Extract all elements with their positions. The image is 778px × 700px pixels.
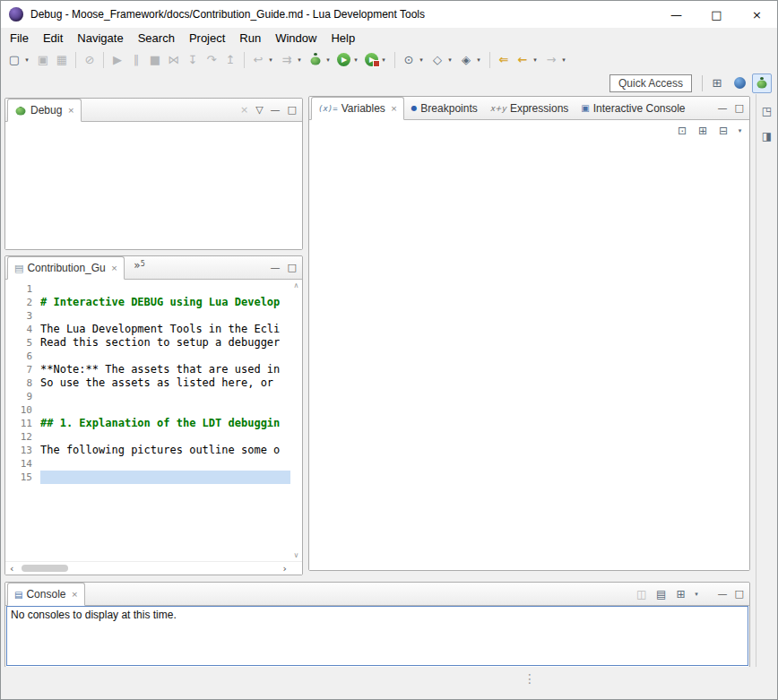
skip-all-breakpoints-button[interactable]: ⊘ — [81, 50, 99, 70]
restore-minimized-view-button-1[interactable]: ◳ — [759, 103, 775, 119]
forward-button[interactable]: → — [542, 50, 560, 70]
tab-console[interactable]: ▤ Console × — [7, 583, 85, 606]
open-console-button[interactable]: ⊞ — [672, 585, 690, 603]
tab-variables[interactable]: (x)= Variables × — [311, 97, 404, 120]
collapse-all-button[interactable]: ⊟ — [714, 122, 732, 140]
open-console-dropdown[interactable]: ▾ — [692, 585, 702, 603]
run-button[interactable]: ▶ — [337, 53, 350, 66]
debug-button[interactable] — [307, 50, 324, 70]
maximize-view-button[interactable]: □ — [288, 262, 297, 273]
code-line[interactable]: 10 — [5, 403, 290, 417]
code-line[interactable]: 1 — [5, 282, 290, 296]
tab-close-button[interactable]: × — [71, 590, 78, 599]
tab-close-button[interactable]: × — [111, 264, 118, 272]
resume-button[interactable]: ▶ — [108, 50, 126, 70]
open-element-button[interactable]: ◈ — [457, 50, 475, 70]
back-dropdown[interactable]: ▾ — [531, 50, 540, 70]
code-line[interactable]: 13 The following pictures outline some o — [5, 444, 290, 457]
tab-expressions[interactable]: x+y Expressions — [484, 97, 575, 119]
back-button[interactable]: ← — [514, 50, 532, 70]
code-line[interactable]: 15 — [5, 471, 290, 484]
forward-dropdown[interactable]: ▾ — [559, 50, 568, 70]
horizontal-scroll-thumb[interactable] — [22, 565, 68, 572]
pin-console-button[interactable]: ◫ — [633, 585, 651, 603]
menu-help[interactable]: Help — [324, 30, 362, 47]
code-line[interactable]: 5 Read this section to setup a debugger — [5, 336, 290, 350]
minimize-view-button[interactable]: — — [271, 104, 281, 116]
open-perspective-button[interactable]: ⊞ — [707, 73, 727, 93]
tab-breakpoints[interactable]: ● Breakpoints — [404, 97, 483, 119]
code-line[interactable]: 7 **Note:** The assets that are used in — [5, 363, 290, 376]
use-step-filters-dropdown[interactable]: ▾ — [295, 50, 304, 70]
window-maximize-button[interactable]: □ — [696, 1, 737, 28]
disconnect-button[interactable]: ⋈ — [165, 50, 183, 70]
new-button[interactable]: ▢ — [5, 50, 23, 70]
maximize-view-button[interactable]: □ — [735, 588, 744, 600]
run-dropdown[interactable]: ▾ — [351, 50, 360, 70]
show-logical-structure-button[interactable]: ⊡ — [673, 122, 691, 140]
new-dropdown[interactable]: ▾ — [22, 50, 31, 70]
code-area[interactable]: 1 2 # Interactive DEBUG using Lua Develo… — [5, 280, 290, 561]
restore-minimized-view-button-2[interactable]: ◨ — [759, 128, 775, 144]
menu-search[interactable]: Search — [131, 30, 182, 47]
code-line[interactable]: 9 — [5, 390, 290, 403]
app-logo-icon[interactable] — [9, 7, 23, 22]
code-line[interactable]: 14 — [5, 457, 290, 471]
terminate-button[interactable]: ■ — [146, 50, 164, 70]
scroll-up-button[interactable]: ∧ — [294, 281, 299, 290]
tab-close-button[interactable]: × — [391, 104, 398, 113]
new-wizard-button[interactable]: ◇ — [428, 50, 446, 70]
code-line[interactable]: 8 So use the assets as listed here, or — [5, 376, 290, 390]
more-editors-button[interactable]: » 5 — [125, 256, 148, 279]
horizontal-scrollbar[interactable]: ‹ › — [5, 561, 302, 575]
quick-access-box[interactable]: Quick Access — [609, 74, 692, 92]
debug-dropdown[interactable]: ▾ — [324, 50, 333, 70]
search-dropdown[interactable]: ▾ — [417, 50, 426, 70]
menu-navigate[interactable]: Navigate — [70, 30, 130, 47]
save-button[interactable]: ▣ — [34, 50, 52, 70]
code-line[interactable]: 6 — [5, 350, 290, 363]
code-line[interactable]: 12 — [5, 430, 290, 444]
step-over-button[interactable]: ↷ — [203, 50, 220, 70]
menu-file[interactable]: File — [3, 30, 36, 47]
use-step-filters-button[interactable]: ⇉ — [278, 50, 296, 70]
drop-to-frame-button[interactable]: ↩ — [249, 50, 267, 70]
show-type-names-button[interactable]: ⊞ — [694, 122, 712, 140]
view-menu-button[interactable]: ▽ — [255, 104, 263, 116]
external-tools-button[interactable]: ▶ — [365, 53, 378, 66]
code-line[interactable]: 11 ## 1. Explanation of the LDT debuggin — [5, 417, 290, 430]
code-line[interactable]: 3 — [5, 309, 290, 323]
view-menu-button[interactable]: ▾ — [735, 122, 745, 140]
minimize-view-button[interactable]: — — [271, 262, 281, 273]
display-selected-console-button[interactable]: ▤ — [653, 585, 670, 603]
menu-run[interactable]: Run — [232, 30, 268, 47]
step-return-button[interactable]: ↥ — [221, 50, 239, 70]
suspend-button[interactable]: ‖ — [127, 50, 145, 70]
open-element-dropdown[interactable]: ▾ — [474, 50, 483, 70]
minimize-view-button[interactable]: — — [718, 102, 728, 114]
scroll-down-button[interactable]: ∨ — [294, 551, 299, 559]
step-into-button[interactable]: ↧ — [184, 50, 202, 70]
maximize-view-button[interactable]: □ — [288, 104, 297, 116]
scroll-right-button[interactable]: › — [279, 563, 291, 575]
debug-perspective-button[interactable] — [752, 73, 772, 93]
search-button[interactable]: ⊙ — [400, 50, 418, 70]
save-all-button[interactable]: ▦ — [53, 50, 71, 70]
tab-close-button[interactable]: × — [67, 106, 74, 115]
maximize-view-button[interactable]: □ — [735, 102, 744, 114]
tab-contribution-guide[interactable]: ▤ Contribution_Gu × — [7, 256, 125, 280]
remove-all-terminated-button[interactable]: × — [240, 104, 248, 116]
minimize-view-button[interactable]: — — [718, 588, 728, 600]
lua-perspective-button[interactable] — [730, 73, 749, 93]
scroll-left-button[interactable]: ‹ — [5, 563, 18, 575]
window-close-button[interactable]: × — [737, 1, 777, 28]
new-wizard-dropdown[interactable]: ▾ — [445, 50, 454, 70]
menu-edit[interactable]: Edit — [36, 30, 70, 47]
tab-interactive-console[interactable]: ▣ Interactive Console — [575, 97, 691, 119]
external-tools-dropdown[interactable]: ▾ — [379, 50, 388, 70]
menu-window[interactable]: Window — [268, 30, 324, 47]
code-line[interactable]: 4 The Lua Development Tools in the Ecli — [5, 323, 290, 336]
tab-debug[interactable]: Debug × — [7, 99, 82, 122]
menu-project[interactable]: Project — [182, 30, 232, 47]
window-minimize-button[interactable]: — — [656, 1, 696, 28]
